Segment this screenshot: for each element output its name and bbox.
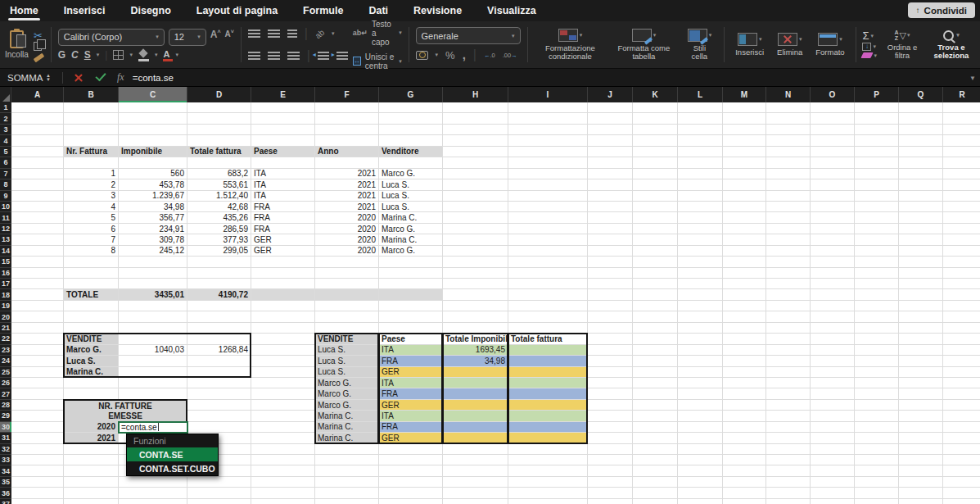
cell-R32[interactable] — [943, 444, 980, 455]
cell-R7[interactable] — [943, 169, 980, 179]
cell-L11[interactable] — [678, 212, 723, 223]
cell-J19[interactable] — [588, 301, 633, 311]
cell-B24[interactable]: Luca S. — [64, 356, 119, 366]
cell-Q33[interactable] — [899, 455, 943, 465]
cell-H21[interactable] — [443, 323, 508, 334]
cell-O14[interactable] — [811, 246, 855, 257]
cell-D19[interactable] — [187, 301, 251, 311]
tab-home[interactable]: Home — [8, 1, 40, 21]
cell-I24[interactable] — [508, 356, 588, 366]
cell-O16[interactable] — [811, 268, 855, 279]
row-header-10[interactable]: 10 — [0, 202, 11, 212]
cell-M10[interactable] — [723, 202, 766, 212]
cell-L16[interactable] — [678, 268, 723, 279]
cell-I27[interactable] — [508, 388, 588, 399]
cell-M7[interactable] — [723, 169, 766, 179]
row-header-24[interactable]: 24 — [0, 356, 11, 366]
cell-F33[interactable] — [315, 455, 379, 465]
cell-A30[interactable] — [11, 422, 64, 433]
merge-center-button[interactable]: ↔ Unisci e centra▾ — [353, 52, 402, 70]
cell-B37[interactable] — [64, 499, 119, 504]
cell-Q26[interactable] — [899, 378, 943, 388]
number-format-select[interactable]: Generale▾ — [416, 27, 521, 44]
cell-N6[interactable] — [766, 157, 811, 168]
cell-D23[interactable]: 1268,84 — [187, 345, 251, 356]
cell-P31[interactable] — [855, 433, 899, 443]
cell-R13[interactable] — [943, 234, 980, 245]
cell-H6[interactable] — [443, 157, 508, 168]
cell-J1[interactable] — [588, 102, 633, 113]
cell-N16[interactable] — [766, 268, 811, 279]
cell-F2[interactable] — [315, 113, 379, 124]
cell-M12[interactable] — [723, 224, 766, 234]
cell-J5[interactable] — [588, 147, 633, 157]
cell-P21[interactable] — [855, 323, 899, 334]
cell-B23[interactable]: Marco G. — [64, 345, 119, 356]
cell-P34[interactable] — [855, 465, 899, 476]
cell-B1[interactable] — [64, 102, 119, 113]
cell-N22[interactable] — [766, 334, 811, 344]
cell-I4[interactable] — [508, 135, 588, 146]
cell-B7[interactable]: 1 — [64, 169, 119, 179]
cell-C27[interactable] — [119, 388, 187, 399]
cell-F5[interactable]: Anno — [315, 147, 379, 157]
cell-I34[interactable] — [508, 465, 588, 476]
cell-N1[interactable] — [766, 102, 811, 113]
cell-K36[interactable] — [633, 488, 678, 498]
cell-P33[interactable] — [855, 455, 899, 465]
cell-I10[interactable] — [508, 202, 588, 212]
cell-O4[interactable] — [811, 135, 855, 146]
cell-E7[interactable]: ITA — [251, 169, 315, 179]
cell-G36[interactable] — [379, 488, 443, 498]
cell-C20[interactable] — [119, 311, 187, 322]
cell-R27[interactable] — [943, 388, 980, 399]
cell-A33[interactable] — [11, 455, 64, 465]
cell-A34[interactable] — [11, 465, 64, 476]
cell-B19[interactable] — [64, 301, 119, 311]
cell-M17[interactable] — [723, 279, 766, 289]
cell-J7[interactable] — [588, 169, 633, 179]
cell-Q7[interactable] — [899, 169, 943, 179]
cell-K7[interactable] — [633, 169, 678, 179]
cell-B36[interactable] — [64, 488, 119, 498]
cell-R3[interactable] — [943, 125, 980, 135]
cell-K32[interactable] — [633, 444, 678, 455]
cell-K13[interactable] — [633, 234, 678, 245]
cell-H30[interactable] — [443, 422, 508, 433]
cell-B2[interactable] — [64, 113, 119, 124]
cell-L27[interactable] — [678, 388, 723, 399]
conditional-formatting-button[interactable]: ▾ Formattazione condizionale — [534, 29, 606, 61]
row-header-18[interactable]: 18 — [0, 289, 11, 300]
cell-N35[interactable] — [766, 477, 811, 488]
row-header-27[interactable]: 27 — [0, 388, 11, 399]
increase-indent-icon[interactable] — [336, 52, 348, 60]
cell-N10[interactable] — [766, 202, 811, 212]
cell-E34[interactable] — [251, 465, 315, 476]
cell-R15[interactable] — [943, 257, 980, 267]
align-top-icon[interactable] — [248, 30, 260, 38]
cell-J30[interactable] — [588, 422, 633, 433]
cell-K20[interactable] — [633, 311, 678, 322]
cell-F14[interactable]: 2020 — [315, 246, 379, 257]
cell-Q22[interactable] — [899, 334, 943, 344]
column-header-R[interactable]: R — [943, 87, 980, 102]
cell-K16[interactable] — [633, 268, 678, 279]
cell-E19[interactable] — [251, 301, 315, 311]
format-as-table-button[interactable]: ▾ Formatta come tabella — [611, 29, 676, 61]
row-header-8[interactable]: 8 — [0, 179, 11, 190]
cell-G10[interactable]: Luca S. — [379, 202, 443, 212]
cell-E21[interactable] — [251, 323, 315, 334]
row-header-33[interactable]: 33 — [0, 455, 11, 465]
cell-K31[interactable] — [633, 433, 678, 443]
cell-H14[interactable] — [443, 246, 508, 257]
cell-N19[interactable] — [766, 301, 811, 311]
cell-N13[interactable] — [766, 234, 811, 245]
cell-L3[interactable] — [678, 125, 723, 135]
row-header-29[interactable]: 29 — [0, 411, 11, 421]
cell-D28[interactable] — [187, 400, 251, 411]
cell-Q24[interactable] — [899, 356, 943, 366]
cell-F37[interactable] — [315, 499, 379, 504]
cell-E15[interactable] — [251, 257, 315, 267]
cell-G4[interactable] — [379, 135, 443, 146]
cell-N28[interactable] — [766, 400, 811, 411]
